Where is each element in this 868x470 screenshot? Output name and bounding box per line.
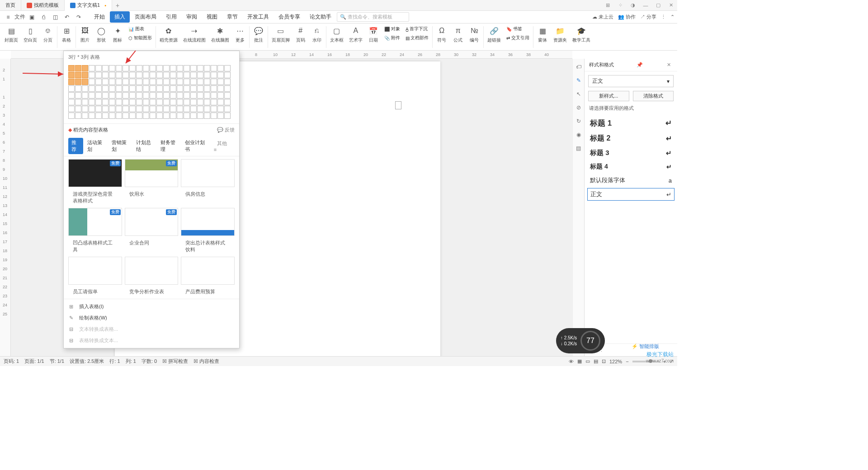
cat-recommend[interactable]: 推荐	[68, 138, 83, 154]
rib-wordart[interactable]: A艺术字	[346, 24, 365, 44]
template-item[interactable]	[68, 257, 122, 285]
rib-symbol[interactable]: Ω符号	[434, 24, 450, 44]
menu-references[interactable]: 引用	[161, 11, 181, 23]
current-style[interactable]: 正文▾	[588, 75, 674, 87]
side-doc-icon[interactable]: ▤	[574, 144, 583, 153]
rib-watermark[interactable]: ⎌水印	[309, 24, 325, 44]
style-heading4[interactable]: 标题 4↵	[585, 160, 677, 174]
view-eye-icon[interactable]: 👁	[569, 359, 574, 364]
template-item[interactable]: 免费	[125, 159, 179, 187]
style-heading2[interactable]: 标题 2↵	[585, 131, 677, 146]
status-page[interactable]: 页码: 1	[4, 358, 19, 365]
undo-icon[interactable]: ↶	[61, 12, 72, 23]
chevron-up-icon[interactable]: ⌃	[670, 14, 675, 20]
cat-startup[interactable]: 创业计划书	[182, 138, 210, 154]
rib-hf[interactable]: ▭页眉页脚	[269, 24, 292, 44]
side-limit-icon[interactable]: ⊘	[574, 103, 583, 112]
collab-button[interactable]: 👥 协作	[618, 14, 636, 20]
rib-resfolder[interactable]: 📁资源夹	[551, 24, 570, 44]
minimize-button[interactable]: —	[639, 0, 652, 11]
rib-form[interactable]: ▦窗体	[534, 24, 551, 44]
new-style-button[interactable]: 新样式...	[588, 91, 629, 101]
style-default-font[interactable]: 默认段落字体a	[585, 174, 677, 187]
search-input[interactable]: 🔍 查找命令、搜索模板	[337, 12, 409, 22]
close-button[interactable]: ✕	[665, 0, 677, 11]
draw-table-item[interactable]: ✎绘制表格(W)	[64, 312, 239, 324]
rib-attach[interactable]: 📎 附件	[382, 33, 403, 42]
status-row[interactable]: 行: 1	[109, 358, 120, 365]
rib-object[interactable]: ⬛ 对象	[382, 24, 403, 33]
cat-summary[interactable]: 计划总结	[133, 138, 156, 154]
status-set[interactable]: 设置值: 2.5厘米	[70, 358, 104, 365]
close-icon[interactable]: ✕	[665, 62, 673, 68]
menu-devtools[interactable]: 开发工具	[243, 11, 274, 23]
template-item[interactable]: 免费	[68, 208, 122, 236]
cat-more[interactable]: 其他 ≡	[211, 139, 235, 154]
style-normal[interactable]: 正文↵	[587, 188, 675, 201]
side-select-icon[interactable]: ↖	[574, 89, 583, 99]
view-layout-icon[interactable]: ▦	[577, 358, 582, 364]
zoom-out-button[interactable]: −	[626, 359, 628, 364]
more-icon[interactable]: ⋮	[661, 14, 666, 20]
redo-icon[interactable]: ↷	[73, 12, 84, 23]
preview-icon[interactable]: ◫	[50, 12, 61, 23]
rib-pic[interactable]: 🖼图片	[77, 24, 93, 44]
status-spell[interactable]: ☒ 拼写检查	[162, 358, 188, 365]
rib-comment[interactable]: 💬批注	[250, 24, 267, 44]
side-sync-icon[interactable]: ↻	[574, 117, 583, 126]
template-item[interactable]	[181, 208, 235, 236]
rib-flow[interactable]: ⇢在线流程图	[180, 24, 208, 44]
menu-paper[interactable]: 论文助手	[305, 11, 336, 23]
pin-icon[interactable]: 📌	[635, 62, 645, 68]
feedback-link[interactable]: 💬 反馈	[217, 127, 235, 133]
file-menu[interactable]: 文件	[14, 12, 25, 23]
print-icon[interactable]: ⎙	[38, 12, 49, 23]
zoom-fit-icon[interactable]: ⊡	[602, 358, 606, 364]
menu-chapter[interactable]: 章节	[222, 11, 242, 23]
rib-shape[interactable]: ◯形状	[93, 24, 109, 44]
rib-bookmark[interactable]: 🔖 书签	[504, 24, 532, 33]
rib-table[interactable]: ⊞表格	[58, 24, 75, 44]
rib-parts[interactable]: ▤ 文档部件	[403, 33, 432, 42]
maximize-button[interactable]: ▢	[652, 0, 665, 11]
template-item[interactable]	[181, 159, 235, 187]
rib-blank[interactable]: ▯空白页	[21, 24, 40, 44]
menu-start[interactable]: 开始	[90, 11, 109, 23]
cat-finance[interactable]: 财务管理	[157, 138, 181, 154]
tab-templates[interactable]: 找稻壳模板	[21, 0, 65, 11]
rib-chart[interactable]: 📊 图表	[126, 24, 155, 33]
layout-icon[interactable]: ⊞	[601, 0, 614, 11]
rib-dres[interactable]: ✿稻壳资源	[157, 24, 180, 44]
template-item[interactable]	[125, 257, 179, 285]
tab-document[interactable]: 文字文稿1•	[65, 0, 112, 11]
clear-format-button[interactable]: 清除格式	[633, 91, 674, 101]
rib-textbox[interactable]: ▢文本框	[327, 24, 346, 44]
tab-add[interactable]: +	[112, 2, 123, 9]
side-style-icon[interactable]: ✎	[574, 76, 583, 85]
template-item[interactable]: 免费	[125, 208, 179, 236]
status-doccheck[interactable]: ☒ 内容检查	[193, 358, 219, 365]
rib-mind[interactable]: ✱在线脑图	[208, 24, 232, 44]
zoom-value[interactable]: 122%	[609, 359, 622, 364]
insert-table-item[interactable]: ⊞插入表格(I)	[64, 301, 239, 312]
template-item[interactable]	[181, 257, 235, 285]
menu-icon[interactable]: ≡	[3, 12, 14, 23]
rib-link[interactable]: 🔗超链接	[485, 24, 504, 44]
style-heading1[interactable]: 标题 1↵	[585, 115, 677, 131]
cloud-status[interactable]: ☁ 未上云	[592, 14, 613, 20]
user-icon[interactable]: ◑	[627, 0, 639, 11]
rib-equation[interactable]: π公式	[450, 24, 466, 44]
menu-insert[interactable]: 插入	[110, 11, 130, 23]
side-tag-icon[interactable]: 🏷	[574, 62, 583, 71]
smart-layout-link[interactable]: ⚡ 智能排版	[632, 343, 659, 350]
rib-more[interactable]: ⋯更多	[232, 24, 248, 44]
menu-view[interactable]: 视图	[202, 11, 222, 23]
view-outline-icon[interactable]: ▤	[594, 358, 598, 364]
rib-xref[interactable]: ⇄ 交叉引用	[504, 33, 532, 42]
menu-layout[interactable]: 页面布局	[130, 11, 161, 23]
rib-smartart[interactable]: ⬡ 智能图形	[126, 33, 155, 42]
rib-number[interactable]: №编号	[466, 24, 482, 44]
style-heading3[interactable]: 标题 3↵	[585, 146, 677, 160]
table-grid-picker[interactable]	[64, 63, 239, 123]
rib-teach[interactable]: 🎓教学工具	[570, 24, 593, 44]
